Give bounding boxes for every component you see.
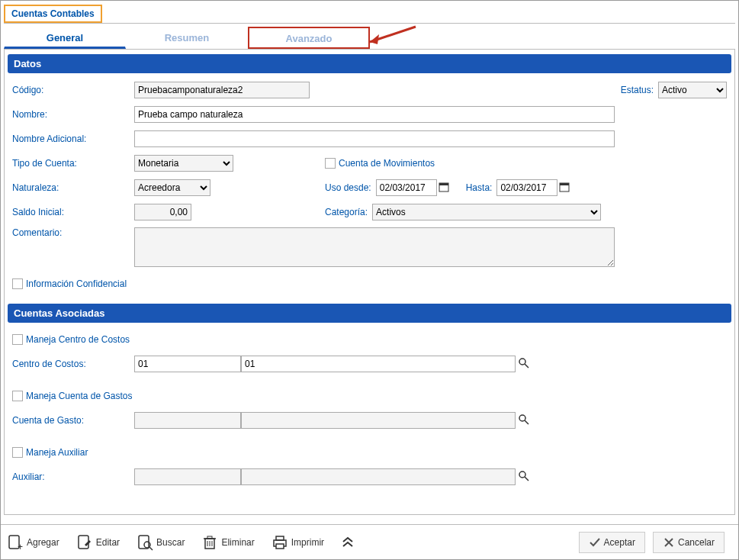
nombre-adicional-label: Nombre Adicional:: [12, 134, 134, 144]
search-icon[interactable]: [519, 358, 531, 370]
search-icon[interactable]: [519, 471, 531, 483]
cuenta-movimientos-checkbox[interactable]: [325, 158, 336, 169]
chevron-up-double-icon: [341, 536, 355, 549]
calendar-icon[interactable]: [559, 182, 571, 194]
centro-costos-name-input[interactable]: [241, 356, 516, 372]
agregar-label: Agregar: [27, 537, 59, 548]
uso-desde-input[interactable]: [376, 179, 437, 196]
page-tab-cuentas[interactable]: Cuentas Contables: [4, 5, 102, 23]
imprimir-button[interactable]: Imprimir: [272, 534, 324, 551]
uso-desde-label: Uso desde:: [325, 182, 371, 193]
auxiliar-code-input[interactable]: [134, 468, 241, 485]
codigo-input[interactable]: [134, 82, 310, 98]
tab-resumen[interactable]: Resumen: [126, 27, 248, 49]
categoria-select[interactable]: Activos: [372, 204, 601, 220]
maneja-cuenta-gastos-checkbox[interactable]: [12, 391, 23, 401]
toolbar: + Agregar Editar Buscar Eliminar Imprimi…: [1, 524, 738, 559]
saldo-inicial-label: Saldo Inicial:: [12, 207, 134, 217]
naturaleza-select[interactable]: Acreedora: [134, 179, 210, 196]
maneja-centro-costos-checkbox[interactable]: [12, 334, 23, 345]
check-icon: [589, 536, 601, 549]
print-icon: [272, 534, 288, 551]
svg-line-11: [525, 477, 529, 481]
hasta-label: Hasta:: [466, 182, 493, 193]
centro-costos-label: Centro de Costos:: [12, 359, 134, 369]
maneja-cuenta-gastos-label: Maneja Cuenta de Gastos: [26, 391, 132, 401]
codigo-label: Código:: [12, 85, 134, 95]
tipo-cuenta-label: Tipo de Cuenta:: [12, 158, 134, 169]
annotation-arrow-icon: [362, 23, 423, 53]
section-asociadas-header: Cuentas Asociadas: [8, 304, 731, 323]
tipo-cuenta-select[interactable]: Monetaria: [134, 155, 233, 172]
nombre-input[interactable]: [134, 106, 615, 123]
agregar-button[interactable]: + Agregar: [7, 534, 59, 551]
calendar-icon[interactable]: [439, 182, 451, 194]
maneja-centro-costos-label: Maneja Centro de Costos: [26, 334, 130, 345]
imprimir-label: Imprimir: [291, 537, 324, 548]
estatus-select[interactable]: Activo: [658, 82, 727, 98]
tab-general[interactable]: General: [4, 27, 126, 49]
estatus-label: Estatus:: [621, 85, 654, 95]
editar-button[interactable]: Editar: [76, 534, 120, 551]
search-icon: [137, 534, 153, 551]
nombre-adicional-input[interactable]: [134, 130, 615, 147]
add-icon: +: [7, 534, 24, 551]
cuenta-movimientos-label: Cuenta de Movimientos: [339, 158, 435, 169]
svg-line-17: [149, 547, 153, 550]
informacion-confidencial-checkbox[interactable]: [12, 278, 23, 289]
collapse-button[interactable]: [341, 536, 358, 549]
saldo-inicial-input[interactable]: [134, 204, 191, 220]
search-icon[interactable]: [519, 414, 531, 426]
aceptar-button[interactable]: Aceptar: [579, 532, 645, 553]
comentario-textarea[interactable]: [134, 227, 615, 267]
maneja-auxiliar-checkbox[interactable]: [12, 447, 23, 458]
svg-rect-25: [276, 536, 284, 540]
auxiliar-name-input[interactable]: [241, 468, 516, 485]
cancelar-button[interactable]: Cancelar: [653, 532, 725, 553]
categoria-label: Categoría:: [325, 207, 368, 217]
editar-label: Editar: [96, 537, 120, 548]
hasta-input[interactable]: [496, 179, 557, 196]
trash-icon: [201, 534, 218, 551]
cuenta-gasto-code-input[interactable]: [134, 412, 241, 429]
auxiliar-label: Auxiliar:: [12, 471, 134, 482]
naturaleza-label: Naturaleza:: [12, 182, 134, 193]
svg-point-16: [144, 542, 150, 548]
aceptar-label: Aceptar: [604, 537, 635, 548]
svg-rect-26: [276, 544, 284, 549]
cuenta-gasto-label: Cuenta de Gasto:: [12, 415, 134, 426]
svg-point-6: [519, 359, 525, 365]
svg-rect-5: [560, 183, 569, 185]
tab-avanzado[interactable]: Avanzado: [248, 27, 370, 49]
section-datos-header: Datos: [8, 54, 731, 73]
svg-line-7: [525, 364, 529, 368]
eliminar-label: Eliminar: [221, 537, 254, 548]
close-icon: [663, 536, 675, 549]
informacion-confidencial-label: Información Confidencial: [26, 278, 127, 289]
svg-point-8: [519, 415, 525, 421]
svg-rect-23: [207, 536, 212, 539]
buscar-button[interactable]: Buscar: [137, 534, 185, 551]
maneja-auxiliar-label: Maneja Auxiliar: [26, 447, 88, 458]
eliminar-button[interactable]: Eliminar: [201, 534, 254, 551]
centro-costos-code-input[interactable]: [134, 356, 241, 372]
cuenta-gasto-name-input[interactable]: [241, 412, 516, 429]
buscar-label: Buscar: [156, 537, 185, 548]
comentario-label: Comentario:: [12, 227, 134, 238]
cancelar-label: Cancelar: [678, 537, 715, 548]
edit-icon: [76, 534, 93, 551]
svg-text:+: +: [18, 542, 23, 551]
svg-rect-3: [439, 183, 448, 185]
svg-marker-1: [370, 34, 379, 44]
svg-rect-14: [79, 536, 88, 549]
svg-point-10: [519, 471, 525, 478]
nombre-label: Nombre:: [12, 109, 134, 120]
svg-line-9: [525, 420, 529, 424]
